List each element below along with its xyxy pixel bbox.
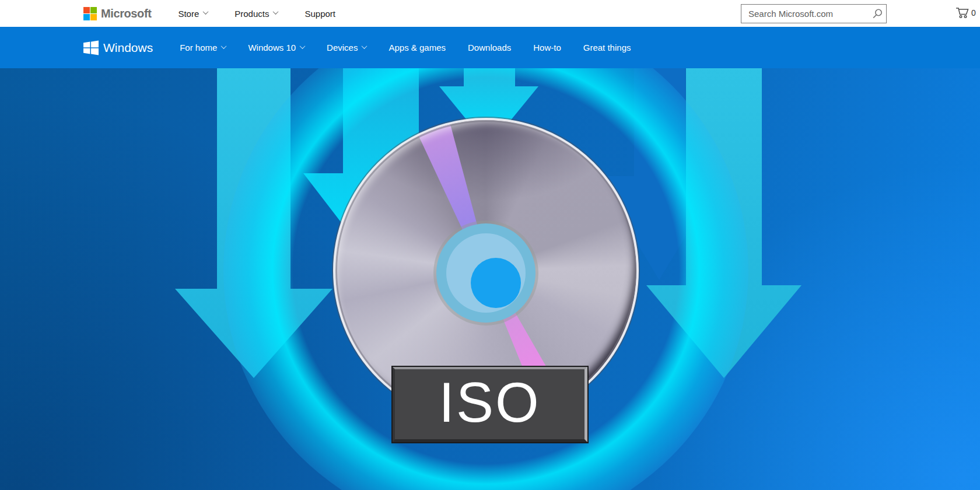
search-input[interactable] xyxy=(741,9,868,19)
page: Microsoft Store Products Support xyxy=(0,0,980,490)
microsoft-logo-icon xyxy=(83,7,97,20)
menu-item-support[interactable]: Support xyxy=(304,9,335,19)
search-box xyxy=(741,4,887,23)
chevron-down-icon xyxy=(300,43,306,49)
nav-item-apps-games[interactable]: Apps & games xyxy=(388,43,446,52)
chevron-down-icon xyxy=(273,9,279,15)
iso-label-text: ISO xyxy=(439,374,540,430)
menu-item-products[interactable]: Products xyxy=(235,9,278,19)
nav-item-great-things[interactable]: Great things xyxy=(583,43,631,52)
windows-nav-bar: Windows For home Windows 10 Devices Apps… xyxy=(0,27,980,68)
disc-center-hole xyxy=(471,258,521,308)
cart-icon xyxy=(956,6,970,19)
top-menu: Store Products Support xyxy=(178,9,362,19)
chevron-down-icon xyxy=(362,43,368,49)
logo-square-red xyxy=(83,7,90,13)
logo-square-blue xyxy=(83,14,90,20)
logo-square-green xyxy=(90,7,97,13)
nav-item-downloads[interactable]: Downloads xyxy=(468,43,511,52)
cart-button[interactable]: 0 xyxy=(956,6,976,19)
menu-item-store[interactable]: Store xyxy=(178,9,208,19)
windows-brand-text: Windows xyxy=(103,41,153,55)
microsoft-brand-text: Microsoft xyxy=(101,7,151,20)
windows-flag-icon xyxy=(83,40,99,55)
windows-logo[interactable]: Windows xyxy=(83,40,153,55)
iso-label-plate: ISO xyxy=(393,367,587,442)
chevron-down-icon xyxy=(203,9,209,15)
search-icon[interactable] xyxy=(868,5,886,23)
chevron-down-icon xyxy=(221,43,227,49)
nav-item-for-home[interactable]: For home xyxy=(180,43,226,52)
nav-item-devices[interactable]: Devices xyxy=(327,43,366,52)
logo-square-yellow xyxy=(90,14,97,20)
hero-iso-download-illustration: ISO xyxy=(0,68,980,490)
disc-hub-inner-ring xyxy=(446,233,526,313)
microsoft-logo[interactable]: Microsoft xyxy=(83,7,151,20)
cart-count: 0 xyxy=(971,8,976,18)
microsoft-header-bar: Microsoft Store Products Support xyxy=(0,0,980,27)
nav-item-windows-10[interactable]: Windows 10 xyxy=(248,43,304,52)
nav-item-how-to[interactable]: How-to xyxy=(533,43,561,52)
disc-hub xyxy=(436,223,536,323)
